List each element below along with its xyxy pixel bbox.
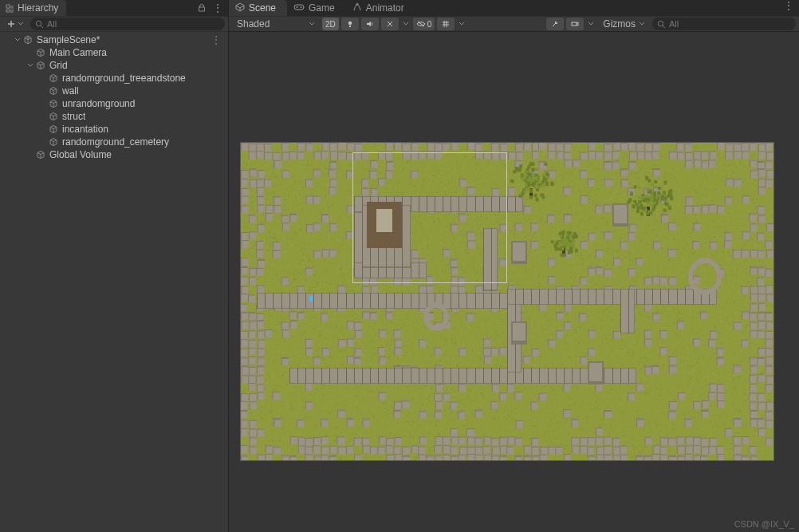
svg-point-5 — [348, 22, 352, 25]
gizmos-dropdown[interactable]: Gizmos — [598, 18, 650, 30]
svg-point-3 — [301, 6, 302, 8]
tree-row[interactable]: incantation⋮ — [0, 123, 228, 136]
search-icon — [657, 20, 666, 29]
tree-row[interactable]: Main Camera⋮ — [0, 46, 228, 59]
expand-arrow-icon — [38, 124, 48, 134]
animator-icon — [352, 2, 362, 14]
tree-row-label: unrandomground — [62, 98, 135, 109]
fx-toggle[interactable] — [381, 18, 399, 30]
audio-toggle[interactable] — [361, 18, 379, 30]
hierarchy-icon — [5, 3, 14, 13]
cube-icon — [35, 149, 46, 160]
scene-tabbar: SceneGameAnimator ⋮ — [229, 0, 799, 16]
tree-row-label: struct — [62, 111, 85, 122]
svg-point-0 — [36, 21, 41, 26]
cube-icon — [48, 136, 59, 148]
svg-point-2 — [297, 6, 298, 8]
tree-row[interactable]: randomground_treeandstone⋮ — [0, 72, 228, 85]
tree-row-label: wall — [62, 85, 79, 97]
expand-arrow-icon — [26, 48, 35, 57]
hierarchy-search[interactable] — [30, 18, 225, 30]
scene-toolbar: Shaded 2D 0 Gizmos — [229, 16, 799, 32]
tree-row[interactable]: randomground_cemetery⋮ — [0, 136, 228, 148]
tree-row-label: Main Camera — [49, 47, 107, 58]
hierarchy-tab-label: Hierarchy — [18, 2, 58, 14]
camera-toggle[interactable] — [566, 18, 584, 30]
expand-arrow-icon[interactable] — [13, 35, 22, 45]
create-button[interactable] — [3, 19, 27, 29]
kebab-icon[interactable]: ⋮ — [211, 36, 222, 44]
tools-toggle[interactable] — [546, 18, 564, 30]
tree-row[interactable]: SampleScene*⋮ — [0, 33, 228, 46]
chevron-down-icon — [309, 21, 315, 27]
tree-row-label: randomground_treeandstone — [62, 73, 186, 84]
expand-arrow-icon — [38, 73, 48, 83]
cube-icon — [48, 111, 59, 122]
grid-toggle[interactable] — [437, 18, 455, 30]
tab-label: Game — [309, 2, 335, 14]
cube-icon — [48, 124, 59, 135]
shading-mode-label: Shaded — [237, 18, 270, 30]
scene-search[interactable] — [652, 18, 796, 30]
chevron-down-icon — [18, 21, 24, 27]
tab-label: Scene — [249, 2, 276, 14]
search-icon — [35, 20, 44, 29]
cube-icon — [48, 73, 59, 84]
scene-search-input[interactable] — [669, 19, 791, 29]
grid-dropdown[interactable] — [457, 18, 466, 30]
lighting-toggle[interactable] — [341, 18, 359, 30]
tree-row[interactable]: struct⋮ — [0, 110, 228, 123]
visibility-toggle[interactable]: 0 — [413, 18, 435, 30]
scene-canvas[interactable] — [240, 142, 774, 461]
unity-icon — [22, 34, 33, 45]
tab-label: Animator — [366, 2, 404, 14]
cube-icon — [35, 47, 46, 58]
scene-panel: SceneGameAnimator ⋮ Shaded 2D 0 Gizmos — [229, 0, 799, 532]
expand-arrow-icon — [26, 150, 35, 160]
tree-row-label: SampleScene* — [37, 34, 100, 45]
tree-row-label: Global Volume — [49, 149, 112, 160]
expand-arrow-icon[interactable] — [26, 61, 35, 70]
expand-arrow-icon — [38, 99, 48, 108]
hierarchy-search-input[interactable] — [47, 19, 220, 29]
camera-dropdown[interactable] — [586, 18, 596, 30]
tab-scene[interactable]: Scene — [229, 0, 287, 16]
scene-viewport[interactable]: CSDN @IX_V_ — [229, 32, 799, 532]
tab-game[interactable]: Game — [287, 0, 346, 16]
tree-row-label: incantation — [62, 124, 108, 135]
hierarchy-tree[interactable]: SampleScene*⋮Main Camera⋮Grid⋮randomgrou… — [0, 32, 228, 532]
hierarchy-panel: Hierarchy ⋮ SampleScene*⋮Main Camera⋮Gri… — [0, 0, 229, 532]
hierarchy-tab[interactable]: Hierarchy — [0, 0, 66, 16]
kebab-icon[interactable]: ⋮ — [212, 2, 223, 14]
expand-arrow-icon — [38, 86, 48, 96]
game-icon — [293, 2, 305, 14]
2d-toggle[interactable]: 2D — [322, 18, 339, 30]
tree-row[interactable]: wall⋮ — [0, 85, 228, 97]
shading-mode-dropdown[interactable]: Shaded — [232, 17, 320, 31]
cube-icon — [48, 98, 59, 109]
fx-dropdown[interactable] — [401, 18, 411, 30]
expand-arrow-icon — [38, 137, 48, 147]
hierarchy-tabbar: Hierarchy ⋮ — [0, 0, 228, 16]
tree-row-label: Grid — [49, 60, 68, 71]
tree-row-label: randomground_cemetery — [62, 136, 169, 148]
hierarchy-toolbar — [0, 16, 228, 32]
svg-rect-6 — [572, 22, 577, 26]
tree-row[interactable]: Grid⋮ — [0, 59, 228, 72]
gizmos-label: Gizmos — [603, 18, 636, 30]
tree-row[interactable]: unrandomground⋮ — [0, 97, 228, 110]
kebab-icon[interactable]: ⋮ — [783, 0, 794, 11]
cube-icon — [48, 85, 59, 97]
cube-icon — [35, 60, 46, 71]
svg-rect-1 — [294, 5, 304, 10]
tab-animator[interactable]: Animator — [346, 0, 415, 16]
tree-row[interactable]: Global Volume⋮ — [0, 148, 228, 161]
expand-arrow-icon — [38, 112, 48, 121]
scene-icon — [235, 2, 245, 14]
svg-point-7 — [658, 21, 663, 26]
lock-icon[interactable] — [196, 2, 207, 14]
watermark: CSDN @IX_V_ — [734, 519, 794, 529]
chevron-down-icon — [639, 21, 645, 27]
